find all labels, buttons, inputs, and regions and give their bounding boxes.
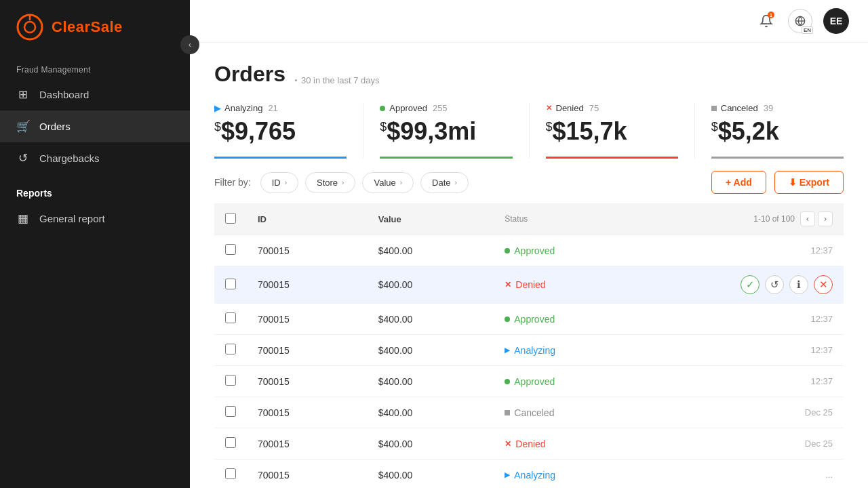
sidebar-item-chargebacks[interactable]: ↺ Chargebacks xyxy=(0,142,190,174)
stats-divider-3 xyxy=(694,103,695,159)
status-badge: Approved xyxy=(505,314,555,325)
pagination-nav: ‹ › xyxy=(800,211,833,226)
canceled-count: 39 xyxy=(764,103,773,113)
row-id: 700015 xyxy=(247,335,368,366)
filter-id-button[interactable]: ID › xyxy=(260,172,298,193)
fraud-management-label: Fraud Management xyxy=(0,54,190,79)
row-checkbox[interactable] xyxy=(225,468,236,479)
denied-status-icon: ✕ xyxy=(505,439,511,449)
approved-status-icon xyxy=(505,317,510,322)
general-report-icon: ▦ xyxy=(16,211,30,226)
row-status-cell: ✕ Denied Dec 25 xyxy=(494,428,844,460)
export-button[interactable]: ⬇ Export xyxy=(774,171,844,194)
language-label: EN xyxy=(802,26,813,34)
filter-date-chevron: › xyxy=(455,179,457,186)
status-text: Approved xyxy=(514,376,555,387)
analyzing-value: $$9,765 xyxy=(214,117,347,146)
stats-row: ▶ Analyzing 21 $$9,765 Approved 255 $$99… xyxy=(214,103,844,159)
row-id: 700015 xyxy=(247,266,368,304)
status-text: Analyzing xyxy=(514,345,555,356)
sidebar-item-orders[interactable]: 🛒 Orders xyxy=(0,110,190,142)
row-value: $400.00 xyxy=(368,460,494,489)
page-subtitle-text: 30 in the last 7 days xyxy=(301,75,380,85)
row-time: 12:37 xyxy=(810,314,833,324)
row-checkbox[interactable] xyxy=(225,375,236,386)
analyzing-label: Analyzing xyxy=(224,103,262,113)
status-badge: ▶ Analyzing xyxy=(505,470,555,481)
notification-bell[interactable]: 1 xyxy=(755,10,777,32)
status-column-header: Status 1-10 of 100 ‹ › xyxy=(494,203,844,235)
topbar: 1 EN EE xyxy=(190,0,868,43)
filter-value-chevron: › xyxy=(400,179,402,186)
stats-divider-2 xyxy=(529,103,530,159)
canceled-status-icon xyxy=(505,410,510,415)
pagination-info: 1-10 of 100 xyxy=(753,214,795,224)
table-row: 700015$400.00 ▶ Analyzing ... xyxy=(214,460,844,489)
sidebar-item-dashboard-label: Dashboard xyxy=(39,89,89,100)
approved-label: Approved xyxy=(389,103,427,113)
page-title-row: Orders 30 in the last 7 days xyxy=(214,62,844,87)
select-all-checkbox[interactable] xyxy=(225,213,236,224)
row-checkbox[interactable] xyxy=(225,406,236,417)
approved-value: $$99,3mi xyxy=(380,117,512,146)
page-subtitle: 30 in the last 7 days xyxy=(295,75,380,85)
row-status-cell: ▶ Analyzing 12:37 xyxy=(494,335,844,366)
globe-icon xyxy=(795,16,806,26)
status-text: Denied xyxy=(515,439,545,449)
stat-analyzing: ▶ Analyzing 21 $$9,765 xyxy=(214,103,347,159)
sidebar-item-dashboard[interactable]: ⊞ Dashboard xyxy=(0,79,190,110)
table-row: 700015$400.00 Approved 12:37 xyxy=(214,366,844,397)
table-row: 700015$400.00 ▶ Analyzing 12:37 xyxy=(214,335,844,366)
status-badge: Canceled xyxy=(505,407,554,418)
stats-divider-1 xyxy=(363,103,363,159)
stat-denied: ✕ Denied 75 $$15,7k xyxy=(546,103,678,159)
analyzing-status-icon: ▶ xyxy=(505,346,510,354)
row-status-cell: Canceled Dec 25 xyxy=(494,397,844,428)
status-text: Denied xyxy=(515,279,545,290)
row-checkbox[interactable] xyxy=(225,312,236,323)
analyzing-status-icon: ▶ xyxy=(505,471,510,479)
row-value: $400.00 xyxy=(368,304,494,335)
status-label: Status xyxy=(505,214,528,224)
logo-text: ClearSale xyxy=(52,18,123,36)
row-checkbox[interactable] xyxy=(225,279,236,289)
approved-status-icon xyxy=(505,379,510,384)
filter-date-button[interactable]: Date › xyxy=(420,172,469,193)
close-action-button[interactable]: ✕ xyxy=(814,275,833,294)
row-status-cell: Approved 12:37 xyxy=(494,235,844,266)
denied-indicator-icon: ✕ xyxy=(546,104,552,113)
page-title: Orders xyxy=(214,62,285,87)
row-id: 700015 xyxy=(247,235,368,266)
sidebar-item-general-report[interactable]: ▦ General report xyxy=(0,203,190,235)
sidebar-toggle-button[interactable]: ‹ xyxy=(180,35,199,54)
clearsale-logo-icon xyxy=(16,14,43,41)
orders-icon: 🛒 xyxy=(16,119,30,134)
canceled-label: Canceled xyxy=(721,103,758,113)
sidebar-item-chargebacks-label: Chargebacks xyxy=(39,152,99,164)
language-selector[interactable]: EN xyxy=(788,9,812,33)
row-time: Dec 25 xyxy=(805,439,833,449)
info-action-button[interactable]: ℹ xyxy=(789,275,808,294)
approve-action-button[interactable]: ✓ xyxy=(741,275,760,294)
status-badge: ✕ Denied xyxy=(505,439,545,449)
add-button[interactable]: + Add xyxy=(711,171,766,194)
prev-page-button[interactable]: ‹ xyxy=(800,211,815,226)
filter-value-button[interactable]: Value › xyxy=(362,172,414,193)
row-time: 12:37 xyxy=(810,245,833,256)
filter-actions: + Add ⬇ Export xyxy=(711,171,844,194)
status-text: Analyzing xyxy=(514,470,555,481)
dashboard-icon: ⊞ xyxy=(16,87,30,102)
row-value: $400.00 xyxy=(368,235,494,266)
logo: ClearSale xyxy=(0,0,190,54)
user-avatar[interactable]: EE xyxy=(823,8,849,34)
row-checkbox[interactable] xyxy=(225,344,236,354)
row-checkbox[interactable] xyxy=(225,437,236,448)
row-checkbox[interactable] xyxy=(225,244,236,255)
filter-store-button[interactable]: Store › xyxy=(305,172,355,193)
row-id: 700015 xyxy=(247,304,368,335)
status-badge: Approved xyxy=(505,376,555,387)
retry-action-button[interactable]: ↺ xyxy=(765,275,784,294)
orders-table: ID Value Status 1-10 of 100 ‹ › xyxy=(214,203,844,488)
next-page-button[interactable]: › xyxy=(818,211,833,226)
stat-canceled: Canceled 39 $$5,2k xyxy=(711,103,844,159)
